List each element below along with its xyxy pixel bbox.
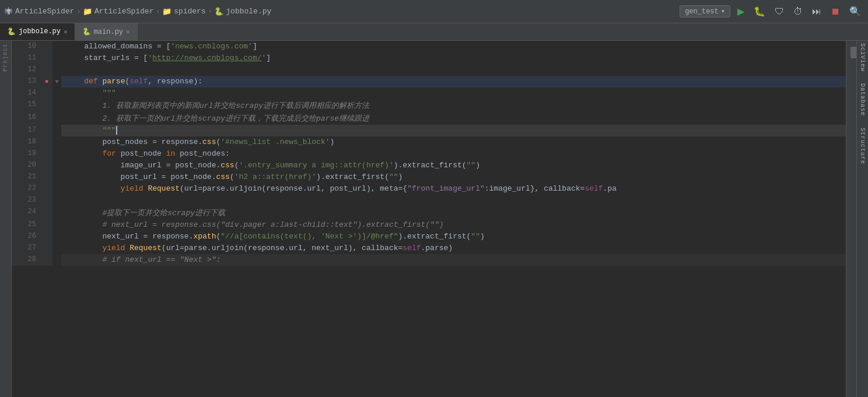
- breadcrumb-file: jobbole.py: [226, 7, 271, 16]
- table-row: 23: [12, 195, 846, 206]
- line-fold-18: [52, 136, 61, 148]
- line-num-16: 16: [12, 112, 41, 125]
- breadcrumb-app: ArticleSpider: [15, 7, 74, 16]
- database-label[interactable]: Database: [859, 83, 866, 116]
- line-fold-19: [52, 148, 61, 160]
- table-row: 25 # next_url = response.css("div.pager …: [12, 219, 846, 231]
- table-row: 13 ● ▼ def parse(self, response):: [12, 76, 846, 87]
- table-row: 16 2. 获取下一页的url并交给scrapy进行下载，下载完成后交给pars…: [12, 112, 846, 125]
- line-num-15: 15: [12, 99, 41, 112]
- line-content-13: def parse(self, response):: [61, 76, 846, 87]
- line-gutter-18: [41, 136, 52, 148]
- table-row: 28 # if next_url == "Next >":: [12, 254, 846, 266]
- line-num-21: 21: [12, 171, 41, 183]
- line-content-19: for post_node in post_nodes:: [61, 148, 846, 160]
- line-gutter-25: [41, 219, 52, 231]
- tab-main-icon: 🐍: [82, 27, 91, 36]
- line-num-11: 11: [12, 52, 41, 64]
- table-row: 20 image_url = post_node.css('.entry_sum…: [12, 160, 846, 171]
- editor[interactable]: 10 allowed_domains = ['news.cnblogs.com'…: [12, 41, 846, 397]
- text-cursor: [116, 126, 117, 135]
- line-content-25: # next_url = response.css("div.pager a:l…: [61, 219, 846, 231]
- line-num-19: 19: [12, 148, 41, 160]
- line-gutter-10: [41, 41, 52, 52]
- line-num-14: 14: [12, 87, 41, 99]
- sciview-label[interactable]: SciView: [859, 43, 866, 72]
- line-content-11: start_urls = ['http://news.cnblogs.com/'…: [61, 52, 846, 64]
- profile-button[interactable]: ⏱: [791, 5, 805, 18]
- table-row: 18 post_nodes = response.css('#news_list…: [12, 136, 846, 148]
- table-row: 22 yield Request(url=parse.urljoin(respo…: [12, 183, 846, 195]
- line-num-28: 28: [12, 254, 41, 266]
- tab-jobbole[interactable]: 🐍 jobbole.py ✕: [0, 23, 75, 40]
- code-area: 10 allowed_domains = ['news.cnblogs.com'…: [12, 41, 846, 397]
- line-content-15: 1. 获取新闻列表页中的新闻url并交给scrapy进行下载后调用相应的解析方法: [61, 99, 846, 112]
- line-content-18: post_nodes = response.css('#news_list .n…: [61, 136, 846, 148]
- line-num-26: 26: [12, 231, 41, 243]
- line-content-22: yield Request(url=parse.urljoin(response…: [61, 183, 846, 195]
- main-area: Project 10 allowed_domains = ['news.cnbl…: [0, 41, 868, 397]
- line-gutter-23: [41, 195, 52, 206]
- line-gutter-26: [41, 231, 52, 243]
- breadcrumb-folder-icon: 📁: [83, 7, 92, 16]
- line-gutter-19: [41, 148, 52, 160]
- line-num-25: 25: [12, 219, 41, 231]
- tab-main[interactable]: 🐍 main.py ✕: [75, 23, 138, 40]
- run-config-selector[interactable]: gen_test ▾: [680, 5, 730, 17]
- table-row: 26 next_url = response.xpath("//a[contai…: [12, 231, 846, 243]
- line-gutter-11: [41, 52, 52, 64]
- step-over-button[interactable]: ⏭: [810, 5, 824, 18]
- line-fold-10: [52, 41, 61, 52]
- line-content-17: """: [61, 125, 846, 136]
- line-content-23: [61, 195, 846, 206]
- line-fold-11: [52, 52, 61, 64]
- line-gutter-13: ●: [41, 76, 52, 87]
- line-fold-13: ▼: [52, 76, 61, 87]
- table-row: 11 start_urls = ['http://news.cnblogs.co…: [12, 52, 846, 64]
- line-num-17: 17: [12, 125, 41, 136]
- line-content-26: next_url = response.xpath("//a[contains(…: [61, 231, 846, 243]
- tab-main-close[interactable]: ✕: [126, 28, 130, 36]
- run-button[interactable]: ▶: [735, 5, 747, 18]
- run-config-chevron: ▾: [721, 7, 725, 16]
- line-fold-23: [52, 195, 61, 206]
- tab-jobbole-icon: 🐍: [7, 27, 16, 36]
- left-panel: Project: [0, 41, 12, 397]
- breadcrumb: ArticleSpider › 📁 ArticleSpider › 📁 spid…: [15, 7, 271, 16]
- line-gutter-15: [41, 99, 52, 112]
- line-num-13: 13: [12, 76, 41, 87]
- structure-label[interactable]: Structure: [859, 128, 866, 164]
- breadcrumb-file-icon: 🐍: [214, 7, 223, 16]
- line-gutter-16: [41, 112, 52, 125]
- line-fold-27: [52, 243, 61, 254]
- line-num-27: 27: [12, 243, 41, 254]
- search-button[interactable]: 🔍: [847, 5, 863, 18]
- run-config-label: gen_test: [685, 8, 719, 16]
- app-icon: 🕷: [5, 7, 13, 16]
- toolbar-right: gen_test ▾ ▶ 🐛 🛡 ⏱ ⏭ ⏹ 🔍: [680, 5, 863, 18]
- line-gutter-22: [41, 183, 52, 195]
- table-row: 19 for post_node in post_nodes:: [12, 148, 846, 160]
- line-content-27: yield Request(url=parse.urljoin(response…: [61, 243, 846, 254]
- line-fold-21: [52, 171, 61, 183]
- stop-button[interactable]: ⏹: [828, 5, 842, 18]
- sep2: ›: [156, 8, 160, 15]
- line-content-12: [61, 64, 846, 76]
- toolbar-left: 🕷 ArticleSpider › 📁 ArticleSpider › 📁 sp…: [5, 7, 680, 16]
- line-content-14: """: [61, 87, 846, 99]
- line-content-21: post_url = post_node.css('h2 a::attr(hre…: [61, 171, 846, 183]
- line-gutter-24: [41, 206, 52, 219]
- coverage-button[interactable]: 🛡: [772, 5, 786, 18]
- line-gutter-21: [41, 171, 52, 183]
- debug-button[interactable]: 🐛: [751, 5, 768, 18]
- line-gutter-20: [41, 160, 52, 171]
- table-row: 15 1. 获取新闻列表页中的新闻url并交给scrapy进行下载后调用相应的解…: [12, 99, 846, 112]
- line-fold-14: [52, 87, 61, 99]
- project-label: Project: [2, 43, 9, 72]
- line-num-18: 18: [12, 136, 41, 148]
- breadcrumb-spiders: spiders: [174, 7, 206, 16]
- tab-jobbole-close[interactable]: ✕: [64, 28, 68, 36]
- sep1: ›: [76, 8, 80, 15]
- line-fold-25: [52, 219, 61, 231]
- table-row: 10 allowed_domains = ['news.cnblogs.com'…: [12, 41, 846, 52]
